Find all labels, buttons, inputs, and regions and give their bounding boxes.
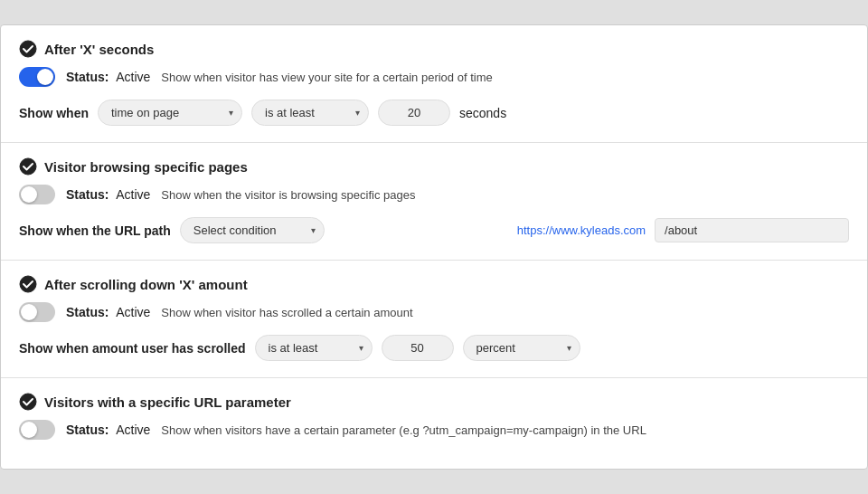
status-value-2: Active <box>116 187 150 202</box>
status-row-2: Status: Active Show when the visitor is … <box>19 185 849 204</box>
check-icon-3 <box>19 275 37 293</box>
toggle-knob-2 <box>21 186 37 203</box>
controls-label-3: Show when amount user has scrolled <box>19 341 246 356</box>
section-url-parameter: Visitors with a specific URL parameter S… <box>1 378 867 469</box>
url-path-label: Show when the URL path <box>19 223 171 238</box>
status-desc-3: Show when visitor has scrolled a certain… <box>161 306 412 319</box>
status-value-1: Active <box>116 70 150 84</box>
toggle-1[interactable] <box>19 67 55 87</box>
url-path-input[interactable] <box>665 223 839 237</box>
select-wrapper-3b: percent ▾ <box>463 335 580 361</box>
status-label-1: Status: Active <box>66 70 150 84</box>
select-wrapper-1a: time on page ▾ <box>98 100 242 126</box>
toggle-knob-4 <box>21 422 37 438</box>
status-label-text-2: Status: <box>66 187 108 202</box>
select-wrapper-3a: is at least ▾ <box>255 335 373 361</box>
controls-row-1: Show when time on page ▾ is at least ▾ s… <box>19 100 849 126</box>
section-header-3: After scrolling down 'X' amount <box>19 275 849 293</box>
url-path-container <box>655 218 849 242</box>
url-row-2: Show when the URL path Select condition … <box>19 217 849 243</box>
check-icon-1 <box>19 40 37 58</box>
select-condition-2[interactable]: Select condition <box>180 217 325 243</box>
controls-row-3: Show when amount user has scrolled is at… <box>19 335 849 361</box>
status-row-4: Status: Active Show when visitors have a… <box>19 420 849 440</box>
section-header-1: After 'X' seconds <box>19 40 849 58</box>
section-title-3: After scrolling down 'X' amount <box>44 277 248 292</box>
section-title-4: Visitors with a specific URL parameter <box>44 394 291 410</box>
status-label-3: Status: Active <box>66 305 150 319</box>
toggle-track-3[interactable] <box>19 302 55 322</box>
toggle-track-1[interactable] <box>19 67 55 87</box>
units-label-1: seconds <box>459 106 506 120</box>
status-desc-1: Show when visitor has view your site for… <box>161 71 492 84</box>
status-label-text-4: Status: <box>66 423 108 437</box>
section-after-x-seconds: After 'X' seconds Status: Active Show wh… <box>1 25 867 143</box>
status-value-3: Active <box>116 305 150 319</box>
status-label-2: Status: Active <box>66 187 150 202</box>
toggle-3[interactable] <box>19 302 55 322</box>
controls-label-1: Show when <box>19 106 89 120</box>
url-base-label: https://www.kyleads.com <box>517 223 646 237</box>
select-time-on-page[interactable]: time on page <box>98 100 242 126</box>
check-icon-2 <box>19 157 37 176</box>
toggle-track-4[interactable] <box>19 420 55 440</box>
number-input-3[interactable] <box>382 335 454 361</box>
svg-point-2 <box>20 276 36 292</box>
toggle-knob-3 <box>21 304 37 320</box>
toggle-knob-1 <box>37 69 53 85</box>
section-title-1: After 'X' seconds <box>44 42 154 57</box>
section-header-2: Visitor browsing specific pages <box>19 157 849 176</box>
number-input-1[interactable] <box>378 100 450 126</box>
status-label-text-1: Status: <box>66 70 108 84</box>
status-desc-4: Show when visitors have a certain parame… <box>161 423 646 437</box>
select-wrapper-2: Select condition ▾ <box>180 217 325 243</box>
status-desc-2: Show when the visitor is browsing specif… <box>161 188 415 202</box>
status-label-text-3: Status: <box>66 305 108 319</box>
section-browsing-pages: Visitor browsing specific pages Status: … <box>1 143 867 261</box>
select-scroll-unit[interactable]: percent <box>463 335 580 361</box>
toggle-2[interactable] <box>19 185 55 204</box>
status-value-4: Active <box>116 423 150 437</box>
select-condition-1[interactable]: is at least <box>251 100 369 126</box>
svg-point-1 <box>20 158 36 175</box>
select-wrapper-1b: is at least ▾ <box>251 100 369 126</box>
toggle-4[interactable] <box>19 420 55 440</box>
status-row-3: Status: Active Show when visitor has scr… <box>19 302 849 322</box>
section-title-2: Visitor browsing specific pages <box>44 159 248 175</box>
select-scroll-condition[interactable]: is at least <box>255 335 373 361</box>
status-row-1: Status: Active Show when visitor has vie… <box>19 67 849 87</box>
toggle-track-2[interactable] <box>19 185 55 204</box>
section-scrolling: After scrolling down 'X' amount Status: … <box>1 261 867 378</box>
status-label-4: Status: Active <box>66 423 150 437</box>
section-header-4: Visitors with a specific URL parameter <box>19 393 849 411</box>
svg-point-3 <box>20 394 36 410</box>
svg-point-0 <box>20 41 36 57</box>
check-icon-4 <box>19 393 37 411</box>
settings-panel: After 'X' seconds Status: Active Show wh… <box>0 24 868 470</box>
